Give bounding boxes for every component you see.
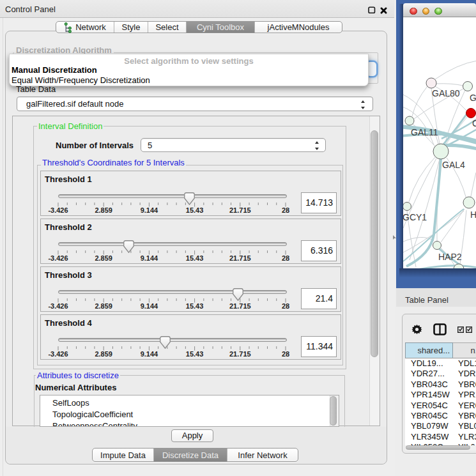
- svg-text:GAL4: GAL4: [442, 160, 465, 170]
- svg-text:C: C: [472, 118, 476, 128]
- svg-text:GAL80: GAL80: [432, 88, 460, 98]
- svg-text:GCY1: GCY1: [403, 212, 427, 222]
- svg-text:HAP2: HAP2: [438, 252, 462, 262]
- svg-text:G.: G.: [470, 93, 476, 103]
- svg-text:GAL11: GAL11: [411, 127, 438, 137]
- svg-text:H: H: [470, 210, 476, 220]
